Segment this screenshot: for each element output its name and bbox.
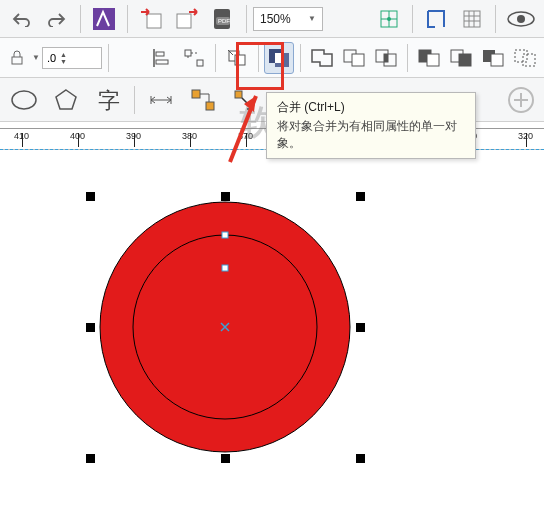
svg-rect-25 [384,54,388,62]
redo-button[interactable] [40,3,74,35]
svg-rect-44 [222,265,228,271]
selection-handle[interactable] [221,192,230,201]
selection-handle[interactable] [86,454,95,463]
svg-rect-27 [427,54,439,66]
svg-rect-14 [185,50,191,56]
divider [108,44,109,72]
polygon-tool[interactable] [46,82,86,118]
text-tool[interactable]: 字 [88,82,128,118]
svg-rect-8 [464,11,480,27]
drawing-canvas[interactable] [0,152,544,532]
align-left-button[interactable] [147,42,177,74]
svg-rect-15 [197,60,203,66]
distribute-button[interactable] [179,42,209,74]
divider [412,5,413,33]
svg-rect-12 [156,52,164,56]
svg-rect-29 [459,54,471,66]
tooltip: 合并 (Ctrl+L) 将对象合并为有相同属性的单一对象。 [266,92,476,159]
svg-rect-31 [491,54,503,66]
selection-handle[interactable] [356,454,365,463]
snap-button[interactable] [372,3,406,35]
lock-button[interactable] [4,45,30,71]
divider [495,5,496,33]
guides-button[interactable] [419,3,453,35]
simplify-button[interactable] [414,42,444,74]
divider [246,5,247,33]
order-button[interactable] [222,42,252,74]
back-minus-front-button[interactable] [478,42,508,74]
svg-rect-22 [352,54,364,66]
svg-rect-2 [177,14,191,28]
svg-rect-17 [235,55,245,65]
dimension-tool[interactable] [141,82,181,118]
svg-point-7 [387,17,391,21]
app-icon[interactable] [87,3,121,35]
divider [407,44,408,72]
selection-handle[interactable] [221,454,230,463]
svg-rect-43 [222,232,228,238]
svg-rect-13 [156,60,168,64]
toolbar-row-1: PDF 150% ▼ [0,0,544,38]
chevron-down-icon: ▼ [308,14,316,23]
grid-button[interactable] [455,3,489,35]
add-button[interactable] [502,82,540,118]
divider [258,44,259,72]
svg-rect-33 [523,54,535,66]
svg-rect-1 [147,14,161,28]
svg-rect-0 [93,8,115,30]
chevron-down-icon: ▼ [32,53,40,62]
selection-handle[interactable] [86,323,95,332]
connector-tool[interactable] [183,82,223,118]
tooltip-desc: 将对象合并为有相同属性的单一对象。 [277,118,465,152]
import-button[interactable] [134,3,168,35]
svg-point-34 [12,91,36,109]
combine-button[interactable] [264,42,294,74]
divider [127,5,128,33]
intersect-button[interactable] [371,42,401,74]
toolbar-row-2: ▼ .0 ▲▼ [0,38,544,78]
boundary-button[interactable] [510,42,540,74]
pdf-export-button[interactable]: PDF [206,3,240,35]
annotation-arrow [222,88,262,166]
shape-group[interactable] [0,152,544,532]
selection-handle[interactable] [356,192,365,201]
trim-button[interactable] [339,42,369,74]
spin-value: .0 [47,52,56,64]
svg-rect-11 [12,57,22,64]
zoom-level-select[interactable]: 150% ▼ [253,7,323,31]
zoom-value: 150% [260,12,304,26]
preview-button[interactable] [502,3,540,35]
front-minus-back-button[interactable] [446,42,476,74]
svg-point-10 [517,15,525,23]
outline-width-input[interactable]: .0 ▲▼ [42,47,102,69]
svg-rect-38 [206,102,214,110]
selection-handle[interactable] [356,323,365,332]
tooltip-title: 合并 (Ctrl+L) [277,99,465,116]
divider [300,44,301,72]
svg-rect-20 [275,53,283,63]
export-button[interactable] [170,3,204,35]
svg-rect-37 [192,90,200,98]
undo-button[interactable] [4,3,38,35]
svg-text:字: 字 [98,88,120,113]
weld-button[interactable] [307,42,337,74]
divider [215,44,216,72]
selection-handle[interactable] [86,192,95,201]
svg-text:PDF: PDF [218,18,230,24]
divider [134,86,135,114]
ellipse-tool[interactable] [4,82,44,118]
svg-marker-35 [56,90,76,109]
svg-rect-32 [515,50,527,62]
divider [80,5,81,33]
